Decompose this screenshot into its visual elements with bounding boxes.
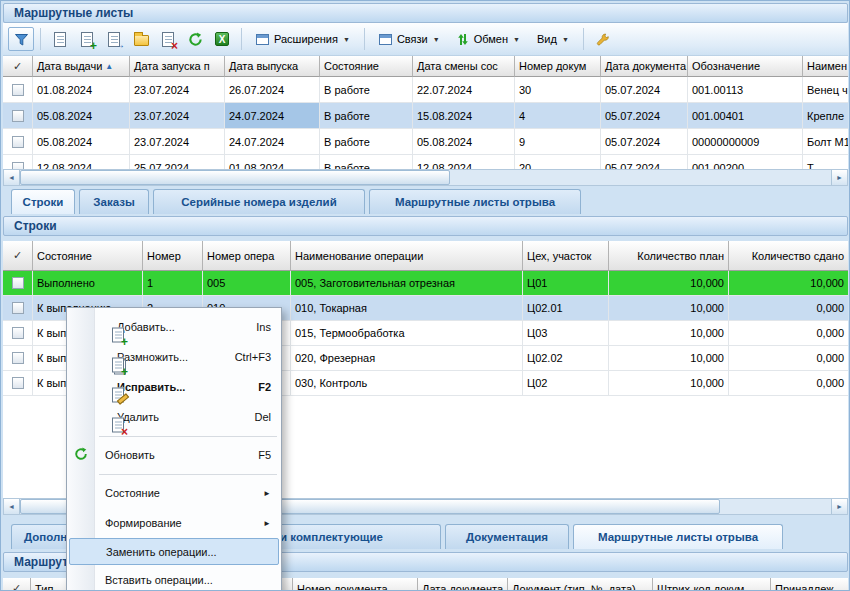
route-sheet-row-selected[interactable]: 05.08.2024 23.07.2024 24.07.2024 В работ… [3,103,848,129]
route-sheet-row[interactable]: 12.08.2024 25.07.2024 01.08.2024 В работ… [3,155,848,169]
col-doc-full[interactable]: Документ (тип, №, дата) [508,578,653,591]
scroll-right-icon: ► [836,174,843,181]
grid-cell: 23.07.2024 [130,77,225,103]
row-checkbox[interactable] [12,136,24,148]
exchange-dropdown[interactable]: Обмен ▼ [449,27,528,51]
col-op-row-number[interactable]: Номер [143,241,203,271]
row-checkbox[interactable] [12,84,24,96]
col-qty-plan[interactable]: Количество план [609,241,729,271]
select-all-header[interactable]: ✓ [3,241,33,271]
row-checkbox[interactable] [12,277,24,289]
grid-cell: 25.07.2024 [130,155,225,169]
grid-cell: В работе [320,129,413,155]
extensions-label: Расширения [274,33,338,45]
refresh-button[interactable] [182,27,208,51]
scroll-left-button[interactable]: ◄ [4,170,20,185]
col-op-name[interactable]: Наименование операции [291,241,523,271]
col-doc-number[interactable]: Номер документа [293,578,418,591]
open-folder-button[interactable] [128,27,154,51]
row-checkbox[interactable] [12,352,24,364]
col-state-change-date[interactable]: Дата смены сос [413,56,515,77]
col-issue-date[interactable]: Дата выдачи▲ [33,56,130,77]
window-title: Маршрутные листы [3,3,848,23]
menu-item-duplicate[interactable]: Размножить... Ctrl+F3 [67,342,281,372]
new-document-button[interactable] [47,27,73,51]
scroll-thumb[interactable] [20,170,450,185]
col-qty-done[interactable]: Количество сдано [729,241,848,271]
tab-stroki[interactable]: Строки [11,189,75,214]
col-op-state[interactable]: Состояние [33,241,143,271]
col-op-number[interactable]: Номер опера [203,241,291,271]
add-document-button[interactable] [74,27,100,51]
menu-item-replace-operations[interactable]: Заменить операции... [69,538,279,565]
operation-row-done[interactable]: Выполнено 1 005 005, Заготовительная отр… [3,271,848,296]
grid-cell: Болт М1 [803,129,848,155]
grid-cell: 26.07.2024 [225,77,320,103]
check-icon: ✓ [12,582,21,591]
delete-document-button[interactable] [155,27,181,51]
view-dropdown[interactable]: Вид ▼ [529,27,577,51]
tab-documentation[interactable]: Документация [445,524,569,549]
grid-cell: 05.08.2024 [413,129,515,155]
chevron-down-icon: ▼ [513,36,520,43]
menu-item-insert-operations[interactable]: Вставить операции... [67,565,281,591]
row-checkbox[interactable] [12,302,24,314]
insert-document-button[interactable] [101,27,127,51]
menu-item-forming[interactable]: Формирование ► [67,508,281,538]
grid-cell: 10,000 [609,271,729,296]
col-release-date[interactable]: Дата выпуска [225,56,320,77]
row-checkbox[interactable] [12,110,24,122]
tab-serial-numbers[interactable]: Серийные номера изделий [153,189,365,214]
row-checkbox[interactable] [12,327,24,339]
col-launch-date[interactable]: Дата запуска п [130,56,225,77]
submenu-arrow-icon: ► [263,519,271,528]
links-dropdown[interactable]: Связи ▼ [371,27,448,51]
row-checkbox[interactable] [12,162,24,170]
col-name[interactable]: Наимен [803,56,848,77]
col-doc-date[interactable]: Дата документа [418,578,508,591]
route-sheet-row[interactable]: 05.08.2024 23.07.2024 24.07.2024 В работ… [3,129,848,155]
scroll-left-icon: ◄ [8,503,15,510]
select-all-header[interactable]: ✓ [3,56,33,77]
menu-item-edit[interactable]: Исправить... F2 [67,372,281,402]
grid-cell: Т [803,155,848,169]
col-barcode[interactable]: Штрих-код докум [653,578,771,591]
col-workshop[interactable]: Цех, участок [523,241,609,271]
grid-cell: 15.08.2024 [413,103,515,129]
insert-document-icon [108,32,120,47]
scroll-left-button[interactable]: ◄ [4,499,20,514]
add-document-icon [81,32,93,47]
scroll-track[interactable] [20,170,831,185]
select-all-header[interactable]: ✓ [3,578,31,591]
excel-export-button[interactable]: X [209,27,235,51]
menu-item-state[interactable]: Состояние ► [67,478,281,508]
tab-zakazy[interactable]: Заказы [79,189,149,214]
route-sheet-row[interactable]: 01.08.2024 23.07.2024 26.07.2024 В работ… [3,77,848,103]
extensions-dropdown[interactable]: Расширения ▼ [248,27,358,51]
col-state[interactable]: Состояние [320,56,413,77]
grid-cell: 001.00200 [688,155,803,169]
col-belonging[interactable]: Принадлеж [771,578,848,591]
menu-item-delete[interactable]: Удалить Del [67,402,281,432]
scroll-right-button[interactable]: ► [831,170,847,185]
delete-document-icon [162,32,174,47]
refresh-icon [188,32,203,47]
duplicate-document-icon [112,357,124,372]
menu-item-add[interactable]: Добавить... Ins [67,312,281,342]
row-checkbox[interactable] [12,377,24,389]
grid-cell: 010, Токарная [291,296,523,321]
scroll-right-button[interactable]: ► [831,499,847,514]
grid-cell: Крепле [803,103,848,129]
grid-cell: Ц02 [523,371,609,396]
section-title-stroki: Строки [3,216,848,236]
tab-route-sheets-tearoff-bottom[interactable]: Маршрутные листы отрыва [573,524,783,549]
col-doc-number[interactable]: Номер докум [515,56,601,77]
col-designation[interactable]: Обозначение [688,56,803,77]
menu-separator [67,470,281,478]
col-doc-date[interactable]: Дата документа [601,56,688,77]
settings-button[interactable] [590,27,616,51]
filter-button[interactable] [8,27,34,51]
top-grid-hscrollbar[interactable]: ◄ ► [3,169,848,186]
tab-route-sheets-tearoff[interactable]: Маршрутные листы отрыва [369,189,581,214]
menu-item-refresh[interactable]: Обновить F5 [67,440,281,470]
